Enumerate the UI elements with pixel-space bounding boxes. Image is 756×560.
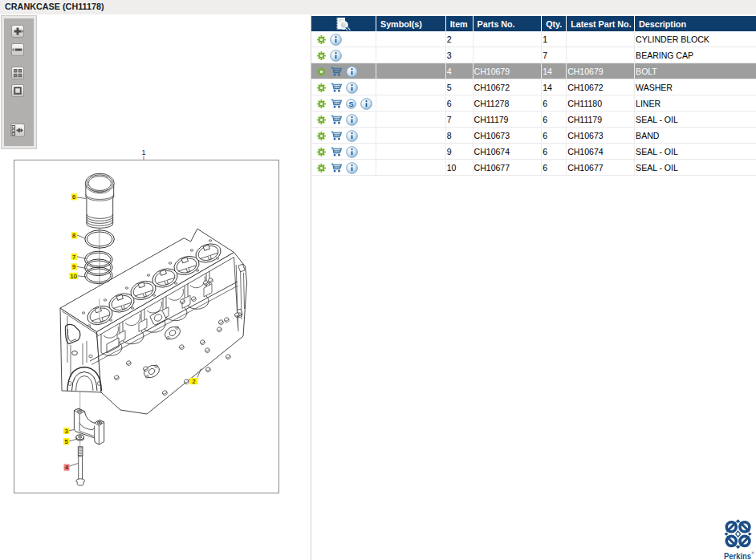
svg-text:7: 7 bbox=[72, 254, 75, 261]
svg-text:4: 4 bbox=[65, 464, 68, 471]
svg-text:Perkins: Perkins bbox=[724, 551, 751, 560]
svg-text:8: 8 bbox=[72, 232, 75, 239]
svg-text:S: S bbox=[349, 99, 354, 108]
svg-text:6: 6 bbox=[72, 193, 75, 201]
svg-text:9: 9 bbox=[72, 263, 75, 270]
svg-text:3: 3 bbox=[64, 428, 67, 435]
svg-text:5: 5 bbox=[64, 438, 67, 445]
svg-text:10: 10 bbox=[71, 273, 77, 280]
svg-text:1: 1 bbox=[141, 148, 145, 156]
svg-text:2: 2 bbox=[192, 378, 195, 385]
